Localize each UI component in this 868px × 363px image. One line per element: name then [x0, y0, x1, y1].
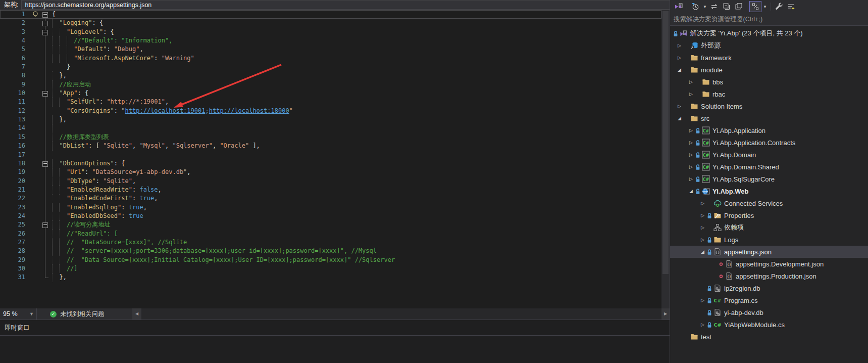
- code-line[interactable]: 3 "LogLevel": {: [0, 28, 661, 36]
- code-line[interactable]: 30 //]: [0, 264, 661, 273]
- collapse-all-icon[interactable]: [721, 1, 733, 12]
- pending-changes-filter-icon[interactable]: [689, 1, 701, 12]
- scroll-left-arrow[interactable]: ◀: [132, 308, 141, 320]
- expander-collapsed-icon[interactable]: ▷: [687, 164, 695, 169]
- code-line[interactable]: 19 "Url": "DataSource=yi-abp-dev.db",: [0, 168, 661, 176]
- hyperlink[interactable]: http://localhost:18000: [209, 107, 289, 114]
- tree-item[interactable]: {}appsettings.Development.json: [670, 258, 868, 270]
- expander-expanded-icon[interactable]: ◢: [699, 249, 706, 254]
- tree-item[interactable]: yi-abp-dev.db: [670, 306, 868, 319]
- code-line[interactable]: 20 "DbType": "Sqlite",: [0, 177, 661, 186]
- scroll-right-arrow[interactable]: ▶: [661, 308, 670, 320]
- code-line[interactable]: 21 "EnabledReadWrite": false,: [0, 186, 661, 194]
- tree-item[interactable]: ▷framework: [670, 52, 868, 64]
- code-line[interactable]: 8 },: [0, 71, 661, 80]
- code-line[interactable]: 4 //"Default": "Information",: [0, 36, 661, 45]
- expander-collapsed-icon[interactable]: ▷: [687, 92, 695, 97]
- code-line[interactable]: 31 },: [0, 273, 661, 282]
- fold-collapse-icon[interactable]: [42, 91, 48, 97]
- expander-collapsed-icon[interactable]: ▷: [687, 128, 695, 133]
- document-health-indicator[interactable]: ✓ 未找到相关问题: [50, 310, 105, 319]
- zoom-level-combo[interactable]: 95 % ▼: [0, 308, 37, 320]
- tree-item[interactable]: ▷Connected Services: [670, 197, 868, 209]
- code-line[interactable]: 2 "Logging": {: [0, 19, 661, 27]
- tree-item[interactable]: ▷C#Program.cs: [670, 294, 868, 306]
- code-line[interactable]: 13 },: [0, 115, 661, 124]
- code-line[interactable]: 29 // "Data Source=[xxxx];Initial Catalo…: [0, 256, 661, 264]
- tree-item[interactable]: ▷C#Yi.Abp.Application.Contracts: [670, 137, 868, 149]
- code-line[interactable]: 7 }: [0, 63, 661, 71]
- code-line[interactable]: 27 // "DataSource=[xxxx]", //Sqlite: [0, 238, 661, 247]
- expander-expanded-icon[interactable]: ◢: [676, 67, 683, 72]
- tree-item[interactable]: ▷C#Yi.Abp.Application: [670, 124, 868, 137]
- code-line[interactable]: 25 //读写分离地址: [0, 220, 661, 229]
- show-all-files-icon[interactable]: [785, 1, 797, 12]
- code-line[interactable]: 24 "EnabledDbSeed": true: [0, 212, 661, 220]
- tree-item[interactable]: ▷外部源: [670, 39, 868, 52]
- expander-collapsed-icon[interactable]: ▷: [676, 104, 683, 109]
- fold-collapse-icon[interactable]: [42, 30, 48, 35]
- tree-item[interactable]: test: [670, 331, 868, 343]
- lightbulb-margin[interactable]: [28, 10, 42, 19]
- code-line[interactable]: 1{: [0, 10, 661, 19]
- expander-expanded-icon[interactable]: ◢: [687, 189, 695, 194]
- fold-collapse-icon[interactable]: [42, 222, 48, 228]
- expander-collapsed-icon[interactable]: ▷: [687, 152, 695, 157]
- fold-collapse-icon[interactable]: [42, 12, 48, 18]
- code-line[interactable]: 11 "SelfUrl": "http://*:19001",: [0, 98, 661, 106]
- code-line[interactable]: 17: [0, 151, 661, 159]
- code-editor[interactable]: 1{2 "Logging": {3 "LogLevel": {4 //"Defa…: [0, 10, 661, 308]
- fold-collapse-icon[interactable]: [42, 161, 48, 167]
- tree-item[interactable]: 解决方案 'Yi.Abp' (23 个项目, 共 23 个): [670, 27, 868, 39]
- hyperlink[interactable]: http://localhost:19001: [125, 107, 206, 114]
- expander-collapsed-icon[interactable]: ▷: [699, 225, 706, 230]
- tree-item[interactable]: ◢module: [670, 64, 868, 76]
- sync-selection-icon[interactable]: [749, 1, 761, 12]
- tree-item[interactable]: ▷Logs: [670, 234, 868, 246]
- code-line[interactable]: 28 // "server=[xxxx];port=3306;database=…: [0, 247, 661, 255]
- tree-item[interactable]: ▷Properties: [670, 209, 868, 221]
- horizontal-scrollbar[interactable]: [141, 308, 661, 320]
- tree-item[interactable]: ▷C#Yi.Abp.Domain.Shared: [670, 161, 868, 173]
- search-input[interactable]: [670, 13, 868, 25]
- expander-collapsed-icon[interactable]: ▷: [699, 201, 706, 206]
- chevron-down-icon[interactable]: ▼: [701, 5, 708, 9]
- schema-url-combo[interactable]: https://json.schemastore.org/appsettings…: [21, 0, 670, 10]
- code-line[interactable]: 18 "DbConnOptions": {: [0, 159, 661, 168]
- tree-item[interactable]: ip2region.db: [670, 282, 868, 294]
- expander-collapsed-icon[interactable]: ▷: [676, 43, 683, 48]
- code-line[interactable]: 5 "Default": "Debug",: [0, 45, 661, 54]
- expander-collapsed-icon[interactable]: ▷: [699, 213, 706, 218]
- expander-expanded-icon[interactable]: ◢: [676, 116, 683, 121]
- code-line[interactable]: 15 //数据库类型列表: [0, 133, 661, 142]
- chevron-down-icon[interactable]: ▼: [761, 5, 769, 9]
- tree-item[interactable]: ◢src: [670, 112, 868, 124]
- expander-collapsed-icon[interactable]: ▷: [687, 79, 695, 84]
- expander-collapsed-icon[interactable]: ▷: [687, 140, 695, 145]
- tree-item[interactable]: ▷C#Yi.Abp.SqlSugarCore: [670, 173, 868, 185]
- code-line[interactable]: 6 "Microsoft.AspNetCore": "Warning": [0, 54, 661, 63]
- code-line[interactable]: 12 "CorsOrigins": "http://localhost:1900…: [0, 107, 661, 115]
- vertical-scrollbar[interactable]: [661, 10, 670, 308]
- code-line[interactable]: 9 //应用启动: [0, 80, 661, 89]
- properties-wrench-icon[interactable]: [773, 1, 785, 12]
- tree-item[interactable]: ▷rbac: [670, 88, 868, 100]
- tree-item[interactable]: ▷Solution Items: [670, 100, 868, 112]
- tree-item[interactable]: ▷bbs: [670, 76, 868, 88]
- expander-collapsed-icon[interactable]: ▷: [699, 298, 706, 303]
- tree-item[interactable]: {}appsettings.Production.json: [670, 270, 868, 282]
- code-line[interactable]: 16 "DbList": [ "Sqlite", "Mysql", "Sqlse…: [0, 142, 661, 150]
- tree-item[interactable]: ▷C#YiAbpWebModule.cs: [670, 319, 868, 331]
- tree-item[interactable]: ◢{}appsettings.json: [670, 246, 868, 258]
- code-line[interactable]: 14: [0, 124, 661, 132]
- code-line[interactable]: 23 "EnabledSqlLog": true,: [0, 203, 661, 212]
- sync-with-active-document-icon[interactable]: [708, 1, 721, 12]
- code-line[interactable]: 10 "App": {: [0, 89, 661, 98]
- tree-item[interactable]: ▷依赖项: [670, 221, 868, 234]
- expander-collapsed-icon[interactable]: ▷: [676, 55, 683, 60]
- expander-collapsed-icon[interactable]: ▷: [699, 322, 706, 327]
- fold-collapse-icon[interactable]: [42, 21, 48, 26]
- tree-item[interactable]: ◢Yi.Abp.Web: [670, 185, 868, 197]
- preview-selected-items-icon[interactable]: [733, 1, 745, 12]
- expander-collapsed-icon[interactable]: ▷: [687, 176, 695, 182]
